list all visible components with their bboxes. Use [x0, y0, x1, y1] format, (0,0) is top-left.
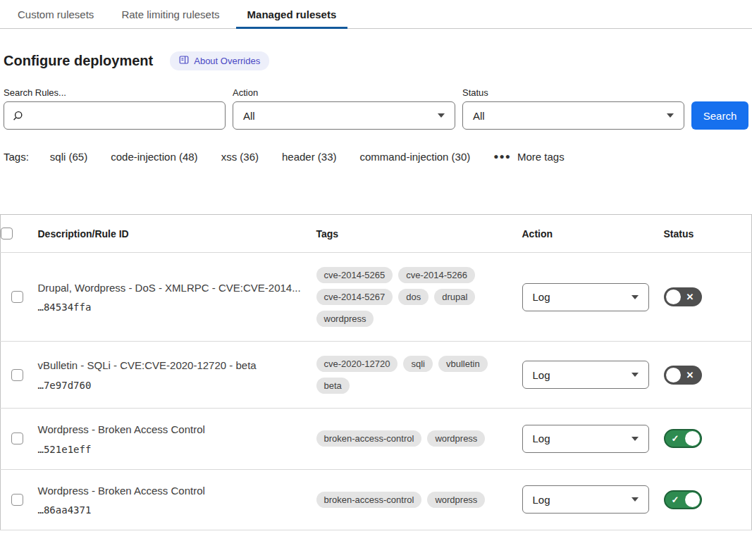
toggle-state-icon: ✕: [681, 371, 700, 380]
action-select-value: Log: [533, 291, 550, 303]
more-tags-button[interactable]: ●●● More tags: [493, 151, 564, 163]
ellipsis-icon: ●●●: [493, 151, 511, 161]
action-select-value: Log: [533, 494, 550, 506]
tag-filter[interactable]: command-injection (30): [360, 151, 471, 163]
about-overrides-link[interactable]: About Overrides: [170, 51, 269, 70]
table-header-row: Description/Rule ID Tags Action Status: [1, 215, 752, 253]
action-filter-select[interactable]: All: [233, 101, 455, 130]
tag-pill: cve-2014-5266: [398, 267, 475, 283]
rule-tags: broken-access-controlwordpress: [316, 492, 508, 508]
tag-filter[interactable]: header (33): [282, 151, 337, 163]
tag-pill: broken-access-control: [316, 430, 422, 447]
about-overrides-label: About Overrides: [194, 56, 260, 66]
action-select[interactable]: Log: [522, 283, 649, 311]
chevron-down-icon: [631, 373, 639, 377]
action-select[interactable]: Log: [522, 425, 649, 453]
tag-pill: vbulletin: [438, 356, 488, 372]
tag-pill: wordpress: [316, 311, 374, 327]
tag-pill: wordpress: [427, 430, 485, 447]
table-row: Wordpress - Broken Access Control …521e1…: [1, 409, 752, 470]
tab-bar: Custom rulesets Rate limiting rulesets M…: [0, 0, 752, 29]
page-title: Configure deployment: [4, 53, 153, 69]
action-filter-value: All: [243, 110, 255, 122]
status-toggle[interactable]: ✕: [664, 287, 702, 306]
table-row: Drupal, Wordpress - DoS - XMLRPC - CVE:C…: [1, 253, 752, 342]
row-checkbox[interactable]: [11, 291, 23, 303]
tag-pill: dos: [398, 289, 429, 305]
tag-pill: sqli: [403, 356, 433, 372]
tags-bar: Tags: sqli (65)code-injection (48)xss (3…: [4, 151, 748, 163]
tab-custom-rulesets[interactable]: Custom rulesets: [6, 0, 105, 28]
tag-pill: broken-access-control: [316, 492, 422, 508]
action-filter-label: Action: [233, 87, 455, 98]
tag-pill: cve-2014-5267: [316, 289, 393, 305]
tab-managed-rulesets[interactable]: Managed rulesets: [236, 0, 348, 28]
toggle-state-icon: ✓: [666, 434, 685, 443]
rule-description: Wordpress - Broken Access Control: [38, 423, 316, 437]
tag-filter[interactable]: code-injection (48): [111, 151, 197, 163]
column-header-status: Status: [664, 215, 752, 253]
rule-description: vBulletin - SQLi - CVE:CVE-2020-12720 - …: [38, 359, 316, 373]
filters-row: Search Rules... Action All Status All: [4, 87, 748, 130]
chevron-down-icon: [631, 295, 639, 299]
row-checkbox[interactable]: [11, 369, 23, 381]
tag-pill: beta: [316, 378, 350, 394]
toggle-state-icon: ✕: [681, 292, 700, 301]
search-rules-input[interactable]: [4, 101, 226, 130]
rule-description: Drupal, Wordpress - DoS - XMLRPC - CVE:C…: [38, 281, 316, 295]
table-row: Wordpress - Broken Access Control …86aa4…: [1, 469, 752, 530]
action-select[interactable]: Log: [522, 485, 649, 514]
status-filter-select[interactable]: All: [462, 101, 684, 130]
toggle-knob: [685, 431, 700, 446]
select-all-checkbox[interactable]: [1, 228, 13, 239]
toggle-knob: [666, 368, 681, 382]
search-rules-label: Search Rules...: [4, 87, 226, 98]
tag-filter[interactable]: sqli (65): [50, 151, 87, 163]
more-tags-label: More tags: [517, 151, 565, 163]
search-icon: [12, 110, 24, 122]
rules-table: Description/Rule ID Tags Action Status D…: [0, 214, 752, 530]
heading-row: Configure deployment About Overrides: [4, 51, 748, 70]
book-icon: [179, 55, 189, 67]
search-button[interactable]: Search: [691, 101, 748, 130]
chevron-down-icon: [438, 113, 445, 118]
table-row: vBulletin - SQLi - CVE:CVE-2020-12720 - …: [1, 342, 752, 409]
toggle-knob: [666, 290, 681, 304]
column-header-tags: Tags: [316, 215, 522, 253]
chevron-down-icon: [631, 437, 639, 441]
tag-pill: drupal: [434, 289, 475, 305]
rule-id: …84534ffa: [38, 301, 316, 313]
tab-rate-limiting-rulesets[interactable]: Rate limiting rulesets: [110, 0, 230, 28]
toggle-state-icon: ✓: [666, 495, 685, 504]
action-select-value: Log: [533, 433, 550, 444]
status-toggle[interactable]: ✓: [664, 429, 702, 448]
status-filter-label: Status: [462, 87, 684, 98]
rule-id: …7e97d760: [38, 380, 316, 391]
tags-bar-items: sqli (65)code-injection (48)xss (36)head…: [50, 151, 470, 163]
rule-tags: cve-2020-12720sqlivbulletinbeta: [316, 356, 508, 394]
status-toggle[interactable]: ✓: [664, 490, 702, 509]
status-filter-value: All: [473, 110, 485, 122]
rule-tags: broken-access-controlwordpress: [316, 430, 508, 447]
row-checkbox[interactable]: [11, 494, 23, 506]
toggle-knob: [685, 492, 700, 507]
column-header-action: Action: [522, 215, 664, 253]
column-header-description: Description/Rule ID: [38, 215, 316, 253]
action-select[interactable]: Log: [522, 361, 649, 389]
tag-filter[interactable]: xss (36): [221, 151, 259, 163]
action-select-value: Log: [533, 369, 550, 381]
rule-description: Wordpress - Broken Access Control: [38, 484, 316, 498]
tag-pill: cve-2020-12720: [316, 356, 398, 372]
tag-pill: wordpress: [427, 492, 485, 508]
chevron-down-icon: [667, 113, 674, 118]
tags-bar-label: Tags:: [4, 151, 29, 163]
row-checkbox[interactable]: [11, 433, 23, 444]
rule-tags: cve-2014-5265cve-2014-5266cve-2014-5267d…: [316, 267, 508, 327]
rule-id: …86aa4371: [38, 504, 316, 516]
tag-pill: cve-2014-5265: [316, 267, 393, 283]
rule-id: …521e1eff: [38, 444, 316, 455]
chevron-down-icon: [631, 497, 639, 502]
status-toggle[interactable]: ✕: [664, 366, 702, 385]
